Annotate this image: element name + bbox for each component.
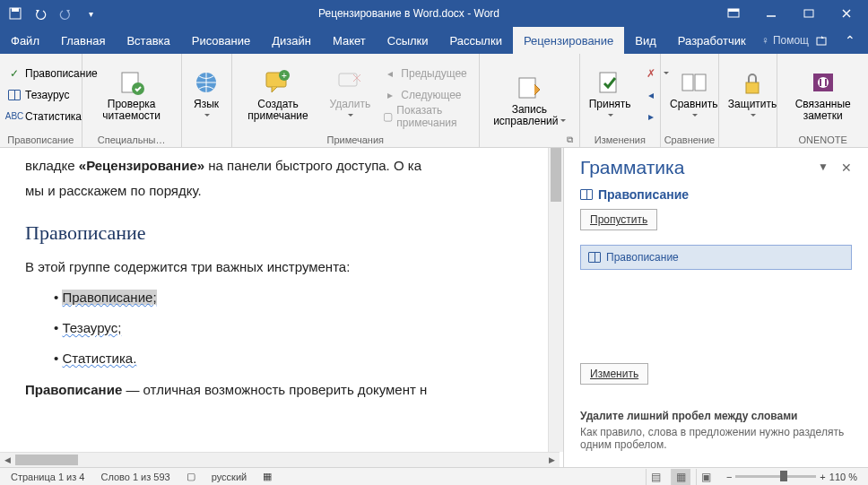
scroll-left-icon[interactable]: ◀ (0, 453, 15, 467)
book-icon (580, 189, 593, 200)
document-area[interactable]: вкладке «Рецензирование» на панели быстр… (0, 148, 560, 467)
accept-button[interactable]: Принять (584, 60, 637, 130)
accessibility-check-button[interactable]: Проверка читаемости (86, 60, 178, 130)
collapse-ribbon-icon[interactable]: ⌃ (841, 33, 859, 48)
tab-home[interactable]: Главная (50, 27, 116, 54)
group-proofing-label: Правописание (4, 133, 78, 147)
zoom-level[interactable]: 110 % (829, 472, 857, 482)
book-icon (588, 252, 601, 263)
scroll-right-icon[interactable]: ▶ (544, 453, 560, 467)
group-onenote-label: ONENOTE (781, 133, 864, 147)
group-tracking-label: ⧉ (483, 143, 576, 147)
track-changes-button[interactable]: Запись исправлений (483, 65, 576, 135)
delete-comment-button[interactable]: Удалить (325, 60, 377, 130)
tab-insert[interactable]: Вставка (116, 27, 180, 54)
dialog-launcher-icon[interactable]: ⧉ (565, 134, 576, 145)
list-item: Статистика. (54, 349, 534, 368)
change-button[interactable]: Изменить (580, 363, 648, 385)
compare-icon (680, 68, 708, 97)
explanation-title: Удалите лишний пробел между словами (580, 410, 852, 422)
status-macro-icon[interactable]: ▦ (257, 471, 277, 482)
language-label: Язык (191, 99, 222, 122)
delete-comment-label: Удалить (330, 99, 371, 122)
skip-button[interactable]: Пропустить (580, 209, 657, 230)
zoom-thumb[interactable] (780, 471, 787, 481)
tab-review[interactable]: Рецензирование (513, 27, 624, 54)
prev-comment-button[interactable]: ◂Предыдущее (379, 64, 475, 83)
tab-draw[interactable]: Рисование (181, 27, 261, 54)
tell-me[interactable]: ♀Помощ (761, 34, 809, 47)
comment-new-icon: + (264, 68, 292, 97)
group-accessibility: Проверка читаемости Специальны… (82, 54, 182, 147)
tab-layout[interactable]: Макет (322, 27, 377, 54)
scrollbar-thumb[interactable] (551, 148, 561, 202)
skip-label: Пропустить (590, 213, 647, 226)
status-proof-icon[interactable]: ▢ (181, 471, 201, 482)
view-read-icon[interactable]: ▤ (646, 469, 665, 485)
comment-delete-icon (335, 68, 364, 97)
share-button[interactable] (816, 34, 834, 47)
group-comments-label: Примечания (236, 133, 475, 147)
redo-button[interactable] (54, 2, 77, 25)
protect-button[interactable]: Защитить (723, 60, 782, 130)
ribbon: ✓Правописание Тезаурус ABCСтатистика Пра… (0, 54, 868, 148)
language-button[interactable]: Язык (186, 60, 228, 130)
track-icon (515, 74, 543, 102)
status-language[interactable]: русский (206, 472, 252, 482)
status-page[interactable]: Страница 1 из 4 (5, 472, 90, 482)
track-changes-label: Запись исправлений (489, 104, 570, 127)
tab-mailings[interactable]: Рассылки (439, 27, 513, 54)
tab-developer[interactable]: Разработчик (667, 27, 757, 54)
zoom-in-button[interactable]: + (820, 472, 825, 482)
suggestion-item[interactable]: Правописание (580, 245, 852, 270)
onenote-button[interactable]: Связанные заметки (781, 60, 864, 130)
explanation-text: Как правило, слова в предложении нужно р… (580, 426, 852, 451)
tell-me-label: Помощ (773, 34, 809, 47)
horizontal-scrollbar[interactable]: ◀ ▶ (0, 452, 560, 467)
status-words[interactable]: Слово 1 из 593 (95, 472, 175, 482)
maximize-button[interactable] (791, 0, 827, 27)
pane-close-icon[interactable]: ✕ (841, 160, 852, 175)
compare-button[interactable]: Сравнить (664, 60, 723, 130)
next-comment-button[interactable]: ▸Следующее (379, 85, 475, 105)
pane-title: Грамматика (580, 157, 684, 178)
pane-options-icon[interactable]: ▼ (818, 160, 829, 175)
next-change-icon: ▸ (644, 109, 658, 124)
undo-button[interactable] (29, 2, 52, 25)
svg-rect-8 (817, 38, 826, 45)
suggestion-label: Правописание (606, 251, 679, 264)
zoom-out-button[interactable]: − (726, 472, 732, 482)
statusbar: Страница 1 из 4 Слово 1 из 593 ▢ русский… (0, 467, 868, 485)
accept-icon (595, 68, 624, 97)
new-comment-button[interactable]: + Создать примечание (236, 60, 321, 130)
scrollbar-thumb[interactable] (15, 455, 78, 465)
tab-view[interactable]: Вид (624, 27, 667, 54)
change-label: Изменить (590, 368, 638, 380)
svg-rect-3 (728, 9, 739, 12)
tab-references[interactable]: Ссылки (377, 27, 439, 54)
list-item: Правописание; (54, 288, 534, 307)
svg-text:+: + (282, 71, 287, 81)
show-comments-button[interactable]: ▢Показать примечания (379, 107, 475, 126)
view-web-icon[interactable]: ▣ (696, 469, 716, 485)
window-title: Рецензирование в Word.docx - Word (102, 7, 716, 20)
onenote-icon (809, 68, 838, 97)
list-item: Тезаурус; (54, 318, 534, 338)
group-changes-label: Изменения (584, 133, 656, 147)
group-protect: Защитить (719, 54, 778, 147)
zoom-slider[interactable] (735, 475, 816, 478)
minimize-button[interactable] (753, 0, 789, 27)
compare-label: Сравнить (670, 99, 717, 122)
qat-customize[interactable]: ▾ (79, 2, 102, 25)
group-protect-label (723, 133, 774, 147)
doc-paragraph: В этой группе содержится три важных инст… (25, 257, 534, 277)
save-button[interactable] (4, 2, 27, 25)
vertical-scrollbar[interactable] (548, 148, 563, 452)
tab-design[interactable]: Дизайн (261, 27, 322, 54)
statistics-label: Статистика (25, 110, 82, 123)
ribbon-display-options[interactable] (716, 0, 751, 27)
view-print-icon[interactable]: ▦ (671, 469, 690, 485)
doc-paragraph: вкладке «Рецензирование» на панели быстр… (25, 156, 534, 176)
tab-file[interactable]: Файл (0, 27, 50, 54)
close-button[interactable] (829, 0, 864, 27)
